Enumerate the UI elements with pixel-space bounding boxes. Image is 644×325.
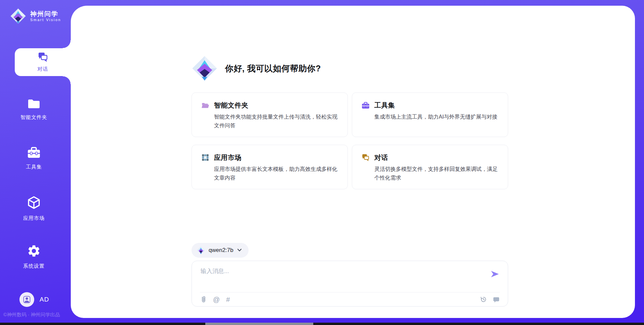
sidebar-item-label: 对话 [38,66,48,72]
sidebar-item-toolbox[interactable]: 工具集 [0,147,68,170]
sidebar-item-label: 工具集 [26,164,42,170]
scrollbar-thumb[interactable] [205,323,313,325]
sidebar-item-settings[interactable]: 系统设置 [0,244,68,269]
copyright-text: ©神州数码 · 神州问学出品 [3,312,60,318]
active-tab-curve-bottom [63,76,71,84]
sidebar-item-label: 应用市场 [23,215,45,221]
card-title: 工具集 [374,101,395,110]
sidebar-item-chat[interactable]: 对话 [15,48,71,76]
card-app-market[interactable]: 应用市场 应用市场提供丰富长文本模板，助力高效生成多样化文章内容 [192,145,348,189]
brand-logo-icon [10,8,26,24]
attachment-icon[interactable] [201,296,207,303]
sidebar: 神州问学 Smart Vision 对话 智能文件夹 [0,0,71,325]
card-description: 灵活切换多模型文件，支持多样回复效果调试，满足个性化需求 [374,165,498,182]
composer-divider [200,292,500,292]
greeting-title: 你好, 我可以如何帮助你? [225,63,321,74]
hashtag-icon[interactable]: # [226,296,230,303]
toolbox-icon [27,147,41,160]
card-description: 应用市场提供丰富长文本模板，助力高效生成多样化文章内容 [214,165,338,182]
model-selector[interactable]: qwen2:7b [192,243,249,258]
send-icon [490,270,499,278]
grid-icon [201,153,209,161]
chat-icon [38,52,48,63]
card-description: 智能文件夹功能支持批量文件上传与清洗，轻松实现文件问答 [214,113,338,130]
gear-icon [27,244,41,259]
sidebar-item-smart-folder[interactable]: 智能文件夹 [0,99,68,121]
avatar [19,292,34,307]
message-input[interactable] [201,267,479,288]
card-description: 集成市场上主流工具，助力AI与外界无缝扩展与对接 [374,113,498,121]
history-icon[interactable] [480,296,487,303]
model-logo-icon [197,246,205,254]
message-composer: @ # [192,261,508,307]
sidebar-item-app-market[interactable]: 应用市场 [0,195,68,221]
folder-open-icon [201,102,209,110]
card-title: 智能文件夹 [214,101,249,110]
conversations-icon[interactable] [493,296,500,303]
card-smart-folder[interactable]: 智能文件夹 智能文件夹功能支持批量文件上传与清洗，轻松实现文件问答 [192,92,348,137]
brand-name: 神州问学 [30,10,61,18]
mention-icon[interactable]: @ [213,296,220,303]
brand-subtitle: Smart Vision [30,18,61,22]
feature-cards: 智能文件夹 智能文件夹功能支持批量文件上传与清洗，轻松实现文件问答 工具 [192,92,508,189]
model-name: qwen2:7b [209,247,233,254]
active-tab-curve-top [63,40,71,48]
brand: 神州问学 Smart Vision [10,8,61,24]
user-profile[interactable]: AD [19,292,49,307]
chevron-down-icon [237,249,242,252]
toolbox-icon [362,102,370,110]
welcome-header: 你好, 我可以如何帮助你? [192,55,508,81]
chat-icon [362,153,370,161]
card-chat[interactable]: 对话 灵活切换多模型文件，支持多样回复效果调试，满足个性化需求 [352,145,508,189]
cube-icon [27,195,41,211]
sidebar-item-label: 系统设置 [23,263,45,269]
user-name: AD [40,296,49,303]
main-panel: 你好, 我可以如何帮助你? 智能文件夹 智能文件夹功能支持批量文件上传与清洗，轻… [71,6,635,318]
horizontal-scrollbar[interactable] [0,323,644,325]
composer-toolbar: @ # [201,294,500,306]
card-title: 对话 [374,153,388,162]
main-content: 你好, 我可以如何帮助你? 智能文件夹 智能文件夹功能支持批量文件上传与清洗，轻… [192,6,508,307]
folder-icon [28,99,40,111]
send-button[interactable] [490,270,500,279]
sidebar-item-label: 智能文件夹 [20,114,47,121]
welcome-logo-icon [192,55,218,81]
card-toolbox[interactable]: 工具集 集成市场上主流工具，助力AI与外界无缝扩展与对接 [352,92,508,137]
card-title: 应用市场 [214,153,241,162]
